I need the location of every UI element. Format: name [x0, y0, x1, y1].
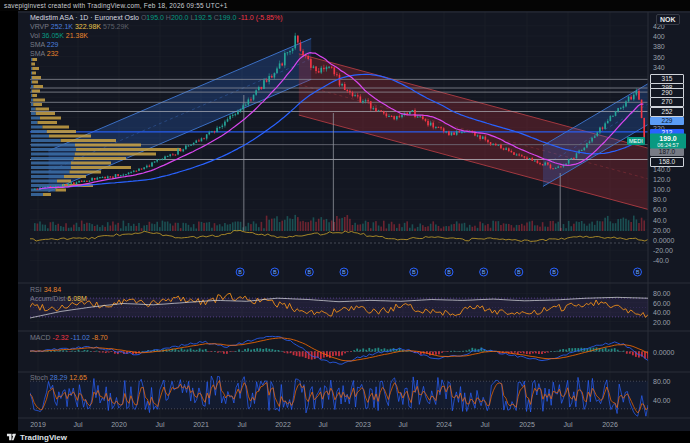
sma1-row[interactable]: SMA 229 — [30, 41, 283, 48]
price-tick: 100.0 — [653, 186, 671, 193]
price-label-badge-270: 270 — [650, 97, 684, 107]
price-tick: -20.00 — [653, 247, 673, 254]
price-tick: 60.0 — [653, 206, 667, 213]
svg-text:B: B — [412, 269, 416, 275]
stoch-k-value: 28.29 — [50, 374, 68, 381]
time-label-Jul: Jul — [564, 421, 573, 428]
price-tick: 120.0 — [653, 176, 671, 183]
price-axis-currency[interactable]: NOK — [656, 14, 680, 25]
stoch-tick: 40.00 — [653, 397, 671, 404]
rsi-value: 34.84 — [44, 286, 62, 293]
stoch-row[interactable]: Stoch 28.29 12.65 — [30, 374, 87, 381]
sma2-value: 232 — [47, 50, 59, 57]
macd-legend: MACD -2.32 -11.02 -8.70 — [30, 334, 108, 343]
price-tick: 0.0000 — [653, 237, 674, 244]
svg-text:B: B — [517, 269, 521, 275]
volume-value: 36.05K — [42, 32, 64, 39]
vrvp-row[interactable]: VRVP 252.1K 322.98K 575.29K — [30, 23, 283, 30]
price-tick: -40.0 — [653, 257, 669, 264]
price-tick: 40.0 — [653, 217, 667, 224]
volume-row[interactable]: Vol 36.05K 21.38K — [30, 32, 283, 39]
price-tick: 360 — [653, 54, 665, 61]
macd-row[interactable]: MACD -2.32 -11.02 -8.70 — [30, 334, 108, 341]
time-label-2019: 2019 — [30, 421, 46, 428]
time-label-2024: 2024 — [436, 421, 452, 428]
time-label-Jul: Jul — [399, 421, 408, 428]
price-tick: 400 — [653, 33, 665, 40]
volume-label: Vol — [30, 32, 40, 39]
stoch-legend: Stoch 28.29 12.65 — [30, 374, 87, 383]
last-price-value: 199.0 — [650, 135, 686, 142]
open-value: 195.0 — [146, 14, 164, 21]
svg-text:B: B — [238, 269, 242, 275]
rsi-legend: RSI 34.84 Accum/Dist 6.08M — [30, 286, 87, 304]
price-tick: 340 — [653, 64, 665, 71]
time-label-2023: 2023 — [355, 421, 371, 428]
close-value: 199.0 — [219, 14, 237, 21]
symbol-title: Medistim ASA · 1D · Euronext Oslo — [30, 14, 139, 21]
time-label-Jul: Jul — [238, 421, 247, 428]
rsi-tick: 60.00 — [653, 300, 671, 307]
sma1-label: SMA — [30, 41, 45, 48]
sma2-label: SMA — [30, 50, 45, 57]
time-label-2026: 2026 — [602, 421, 618, 428]
rsi-tick: 80.00 — [653, 290, 671, 297]
time-label-2020: 2020 — [111, 421, 127, 428]
stoch-d-value: 12.65 — [69, 374, 87, 381]
svg-text:B: B — [273, 269, 277, 275]
price-label-badge-187.0: 187.0 — [650, 148, 684, 156]
vrvp-value-1: 252.1K — [51, 23, 73, 30]
change-value: -11.0 (-5.85%) — [238, 14, 282, 21]
volume-ma-value: 21.38K — [66, 32, 88, 39]
time-label-2022: 2022 — [275, 421, 291, 428]
sma1-value: 229 — [47, 41, 59, 48]
accdist-row[interactable]: Accum/Dist 6.08M — [30, 295, 87, 302]
tradingview-logo-icon[interactable] — [6, 432, 17, 442]
rsi-row[interactable]: RSI 34.84 — [30, 286, 87, 293]
stoch-tick: 80.00 — [653, 378, 671, 385]
price-label-badge-252: 252 — [650, 107, 684, 117]
price-tick: 20.00 — [653, 227, 671, 234]
price-tick: 80.0 — [653, 196, 667, 203]
svg-text:B: B — [308, 269, 312, 275]
time-label-2021: 2021 — [193, 421, 209, 428]
accdist-label: Accum/Dist — [30, 295, 65, 302]
svg-text:B: B — [447, 269, 451, 275]
symbol-row[interactable]: Medistim ASA · 1D · Euronext Oslo O195.0… — [30, 14, 283, 21]
chart-canvas[interactable]: BBBBBBBBBB — [0, 0, 690, 443]
main-legend: Medistim ASA · 1D · Euronext Oslo O195.0… — [30, 14, 283, 59]
svg-text:B: B — [552, 269, 556, 275]
price-label-badge-229: 229 — [650, 117, 684, 125]
stoch-label: Stoch — [30, 374, 48, 381]
time-label-Jul: Jul — [319, 421, 328, 428]
low-value: 192.5 — [194, 14, 212, 21]
rsi-tick: 20.00 — [653, 319, 671, 326]
last-price-badge: 199.006:24:57 — [650, 134, 686, 149]
sma2-row[interactable]: SMA 232 — [30, 50, 283, 57]
high-value: 200.0 — [171, 14, 189, 21]
volume-spike — [560, 173, 561, 231]
time-label-2025: 2025 — [519, 421, 535, 428]
price-label-badge-158.0: 158.0 — [650, 157, 684, 167]
time-label-Jul: Jul — [74, 421, 83, 428]
bar-countdown: 06:24:57 — [650, 142, 686, 148]
time-label-Jul: Jul — [481, 421, 490, 428]
volume-spike — [333, 113, 334, 231]
macd-line-value: -11.02 — [71, 334, 90, 341]
vrvp-value-3: 575.29K — [103, 23, 129, 30]
macd-signal-value: -8.70 — [92, 334, 108, 341]
last-price-symbol-tag: MEDI — [627, 137, 645, 145]
accdist-value: 6.08M — [67, 295, 86, 302]
svg-text:B: B — [342, 269, 346, 275]
macd-label: MACD — [30, 334, 51, 341]
rsi-label: RSI — [30, 286, 42, 293]
vrvp-value-2: 322.98K — [75, 23, 101, 30]
price-tick: 380 — [653, 43, 665, 50]
macd-hist-value: -2.32 — [53, 334, 69, 341]
tradingview-screenshot: savepiginvest created with TradingView.c… — [0, 0, 690, 443]
footer-bar: TradingView — [0, 431, 690, 443]
svg-text:B: B — [482, 269, 486, 275]
svg-text:B: B — [636, 269, 640, 275]
footer-brand[interactable]: TradingView — [20, 433, 67, 442]
macd-tick: 0.0000 — [653, 349, 674, 356]
